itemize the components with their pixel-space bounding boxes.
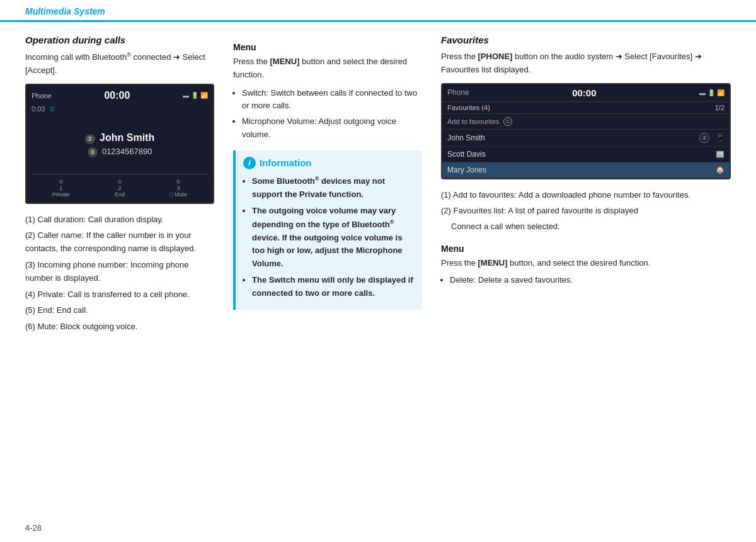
list-item: Delete: Delete a saved favourites. — [450, 274, 731, 287]
info-icon: i — [243, 157, 256, 169]
fav-contact-scott: Scott Davis 🏢 — [442, 147, 730, 162]
phone-screen-call: Phone 00:00 ▬🔋📶 0:03 ① ② John Smith ③ 01… — [25, 84, 214, 204]
phone-number: 01234567890 — [102, 147, 152, 156]
phone-btn-private: ④ 1 Private — [32, 178, 90, 198]
page-footer: 4-28 — [25, 523, 42, 533]
right-section-title: Favourites — [441, 35, 731, 45]
mid-menu-list: Switch: Switch between calls if connecte… — [233, 87, 422, 142]
fav-phone-label: Phone — [447, 88, 469, 97]
page-number: 4-28 — [25, 523, 42, 533]
connect-note: Connect a call when selected. — [451, 220, 731, 233]
list-item: The outgoing voice volume may vary depen… — [252, 205, 415, 271]
phone-caller-info: ② John Smith ③ 01234567890 — [32, 126, 208, 164]
left-column: Operation during calls Incoming call wit… — [25, 35, 214, 336]
list-item: (3) Incoming phone number: Incoming phon… — [25, 258, 214, 285]
contact-name: Mary Jones — [447, 166, 486, 174]
left-section-title: Operation during calls — [25, 35, 214, 45]
fav-subheader: Favourites (4) 1/2 — [442, 102, 730, 114]
right-numbered-list: (1) Add to favourites: Add a downloaded … — [441, 188, 731, 234]
page-header: Multimedia System — [0, 0, 756, 22]
office-icon: 🏢 — [716, 150, 724, 158]
phone-time: 00:00 — [104, 90, 130, 101]
caller-name: John Smith — [100, 132, 154, 143]
list-item: (1) Add to favourites: Add a downloaded … — [441, 188, 731, 201]
phone-label: Phone — [32, 92, 52, 99]
phone-timer: 0:03 ① — [32, 105, 208, 113]
right-menu-list: Delete: Delete a saved favourites. — [441, 274, 731, 287]
main-content: Operation during calls Incoming call wit… — [0, 35, 756, 336]
list-item: (1) Call duration: Call duration display… — [25, 213, 214, 226]
right-menu-text: Press the [MENU] button, and select the … — [441, 257, 731, 270]
mobile-icon: 📱 — [716, 133, 724, 142]
fav-status-icons: ▬🔋📶 — [699, 89, 724, 96]
middle-column: Menu Press the [MENU] button and select … — [233, 35, 422, 336]
fav-screen-time: 00:00 — [572, 88, 596, 98]
left-intro: Incoming call with Bluetooth® connected … — [25, 50, 214, 77]
phone-footer-buttons: ④ 1 Private ⑤ 2 End ⑥ 3 □Mute — [32, 174, 208, 198]
mid-menu-text: Press the [MENU] button and select the d… — [233, 55, 422, 82]
fav-page: 1/2 — [715, 104, 724, 111]
phone-btn-mute: ⑥ 3 □Mute — [149, 178, 208, 198]
phone-status-icons: ▬🔋📶 — [183, 92, 208, 99]
fav-count: Favourites (4) — [447, 104, 490, 111]
info-box: i Information Some Bluetooth® devices ma… — [233, 150, 422, 310]
info-box-title: i Information — [243, 157, 415, 169]
right-intro: Press the [PHONE] button on the audio sy… — [441, 50, 731, 77]
left-numbered-list: (1) Call duration: Call duration display… — [25, 213, 214, 334]
header-title: Multimedia System — [25, 6, 105, 16]
list-item: (2) Favourites list: A list of paired fa… — [441, 204, 731, 217]
right-column: Favourites Press the [PHONE] button on t… — [441, 35, 731, 336]
fav-add-label: Add to favourites — [447, 118, 500, 125]
fav-screen-header: Phone 00:00 ▬🔋📶 — [442, 84, 730, 102]
phone-number-badge: ③ — [88, 147, 98, 157]
fav-add-row: Add to favourites ① — [442, 114, 730, 130]
home-icon: 🏠 — [716, 166, 724, 174]
contact-badge: ② — [699, 133, 709, 143]
fav-add-badge: ① — [503, 117, 512, 126]
caller-badge: ② — [85, 134, 95, 144]
list-item: (5) End: End call. — [25, 303, 214, 317]
fav-phone-screen: Phone 00:00 ▬🔋📶 Favourites (4) 1/2 Add t… — [441, 83, 731, 179]
info-list: Some Bluetooth® devices may not support … — [243, 174, 415, 300]
contact-name: John Smith — [447, 133, 485, 142]
fav-contact-mary: Mary Jones 🏠 — [442, 162, 730, 178]
list-item: (6) Mute: Block outgoing voice. — [25, 320, 214, 333]
list-item: (2) Caller name: If the caller number is… — [25, 229, 214, 256]
list-item: Switch: Switch between calls if connecte… — [242, 87, 422, 113]
list-item: Some Bluetooth® devices may not support … — [252, 174, 415, 201]
list-item: Microphone Volume: Adjust outgoing voice… — [242, 115, 422, 142]
fav-contact-john: John Smith ② 📱 — [442, 130, 730, 147]
list-item: (4) Private: Call is transferred to a ce… — [25, 288, 214, 301]
list-item: The Switch menu will only be displayed i… — [252, 274, 415, 300]
contact-name: Scott Davis — [447, 150, 486, 159]
right-menu-heading: Menu — [441, 244, 731, 254]
phone-btn-end: ⑤ 2 End — [90, 178, 149, 198]
mid-menu-heading: Menu — [233, 42, 422, 52]
